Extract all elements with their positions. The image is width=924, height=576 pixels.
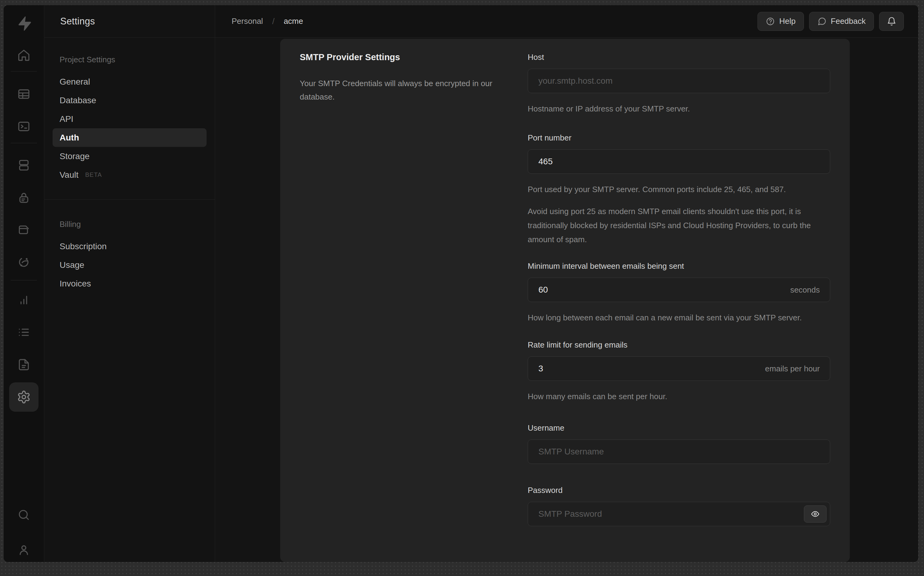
- sidebar-header: Settings: [44, 5, 215, 38]
- icon-rail: [4, 5, 44, 562]
- host-input[interactable]: [528, 69, 830, 93]
- field-minimum-interval: Minimum interval between emails being se…: [528, 261, 830, 325]
- reveal-password-button[interactable]: [804, 506, 826, 523]
- sidebar-item-storage[interactable]: Storage: [53, 147, 207, 166]
- eye-icon: [810, 509, 820, 518]
- nav-section-heading: Billing: [53, 219, 207, 229]
- rail-item-logs[interactable]: [17, 326, 30, 339]
- rail-item-settings[interactable]: [9, 382, 38, 412]
- bell-icon: [887, 16, 897, 26]
- search-icon: [17, 508, 30, 522]
- api-docs-icon: [17, 358, 30, 371]
- field-label: Host: [528, 52, 830, 62]
- field-rate-limit: Rate limit for sending emails emails per…: [528, 340, 830, 403]
- field-password: Password: [528, 485, 830, 526]
- minimum-interval-input[interactable]: [528, 278, 830, 302]
- field-helper: How many emails can be sent per hour.: [528, 389, 830, 403]
- sidebar-item-subscription[interactable]: Subscription: [53, 237, 207, 256]
- app-window: Settings Project Settings General Databa…: [4, 5, 918, 562]
- sidebar-nav: Project Settings General Database API Au…: [44, 38, 215, 293]
- rail-item-sql-editor[interactable]: [17, 120, 30, 133]
- rail-item-database[interactable]: [17, 158, 30, 172]
- reports-chart-icon: [17, 293, 30, 307]
- breadcrumb-project[interactable]: acme: [283, 16, 303, 26]
- supabase-logo-icon: [16, 16, 32, 32]
- topbar: Personal / acme Help Feedback: [215, 5, 918, 38]
- field-username: Username: [528, 423, 830, 464]
- breadcrumb-separator: /: [272, 16, 275, 26]
- field-label: Username: [528, 423, 830, 433]
- content-area: SMTP Provider Settings Your SMTP Credent…: [215, 38, 918, 562]
- field-helper: Port used by your SMTP server. Common po…: [528, 182, 830, 196]
- rail-item-account[interactable]: [17, 543, 30, 557]
- rail-divider: [11, 71, 37, 72]
- user-icon: [17, 543, 30, 557]
- rail-divider: [11, 143, 37, 143]
- rate-limit-input[interactable]: [528, 357, 830, 381]
- storage-icon: [17, 223, 30, 237]
- beta-badge: BETA: [85, 171, 102, 178]
- field-label: Port number: [528, 133, 830, 142]
- rail-item-edge-functions[interactable]: [17, 256, 30, 269]
- rail-item-reports[interactable]: [17, 293, 30, 307]
- nav-section-heading: Project Settings: [53, 55, 207, 64]
- notifications-button[interactable]: [879, 12, 904, 31]
- field-label: Rate limit for sending emails: [528, 340, 830, 350]
- settings-sidebar: Settings Project Settings General Databa…: [44, 5, 215, 562]
- field-helper: Avoid using port 25 as modern SMTP email…: [528, 204, 830, 246]
- table-editor-icon: [17, 87, 30, 101]
- home-icon: [17, 48, 30, 62]
- settings-gear-icon: [17, 390, 31, 404]
- help-button[interactable]: Help: [757, 12, 804, 31]
- page-title: Settings: [60, 16, 95, 27]
- sql-editor-icon: [17, 120, 30, 133]
- edge-functions-icon: [17, 256, 30, 269]
- port-input[interactable]: [528, 149, 830, 174]
- main-area: Personal / acme Help Feedback: [215, 5, 918, 562]
- smtp-settings-card: SMTP Provider Settings Your SMTP Credent…: [280, 39, 850, 562]
- smtp-form: Host Hostname or IP address of your SMTP…: [528, 39, 830, 562]
- field-helper: Hostname or IP address of your SMTP serv…: [528, 102, 830, 116]
- breadcrumb-org[interactable]: Personal: [232, 16, 263, 26]
- topbar-actions: Help Feedback: [757, 12, 904, 31]
- rail-item-api-docs[interactable]: [17, 358, 30, 371]
- smtp-username-input[interactable]: [528, 440, 830, 464]
- sidebar-item-auth[interactable]: Auth: [53, 128, 207, 147]
- database-icon: [17, 158, 30, 172]
- smtp-password-input[interactable]: [528, 502, 830, 526]
- field-host: Host Hostname or IP address of your SMTP…: [528, 52, 830, 116]
- feedback-button[interactable]: Feedback: [809, 12, 874, 31]
- feedback-bubble-icon: [817, 17, 826, 26]
- card-description: Your SMTP Credentials will always be enc…: [300, 77, 508, 104]
- logs-list-icon: [17, 326, 30, 339]
- rail-divider: [11, 280, 37, 280]
- rail-item-search[interactable]: [17, 508, 30, 522]
- rail-item-home[interactable]: [17, 48, 30, 62]
- rail-item-authentication[interactable]: [17, 191, 30, 204]
- sidebar-item-usage[interactable]: Usage: [53, 256, 207, 274]
- field-helper: How long between each email can a new em…: [528, 310, 830, 325]
- card-title: SMTP Provider Settings: [300, 51, 508, 63]
- rail-item-storage[interactable]: [17, 223, 30, 237]
- sidebar-item-general[interactable]: General: [53, 72, 207, 91]
- field-label: Password: [528, 485, 830, 495]
- sidebar-item-vault[interactable]: Vault BETA: [53, 166, 207, 184]
- breadcrumb: Personal / acme: [232, 16, 303, 26]
- help-circle-icon: [766, 17, 775, 26]
- sidebar-item-api[interactable]: API: [53, 110, 207, 128]
- auth-lock-icon: [17, 191, 30, 204]
- field-label: Minimum interval between emails being se…: [528, 261, 830, 271]
- sidebar-item-database[interactable]: Database: [53, 91, 207, 110]
- sidebar-item-invoices[interactable]: Invoices: [53, 274, 207, 293]
- card-info: SMTP Provider Settings Your SMTP Credent…: [300, 39, 508, 562]
- field-port: Port number Port used by your SMTP serve…: [528, 133, 830, 246]
- rail-item-table-editor[interactable]: [17, 87, 30, 101]
